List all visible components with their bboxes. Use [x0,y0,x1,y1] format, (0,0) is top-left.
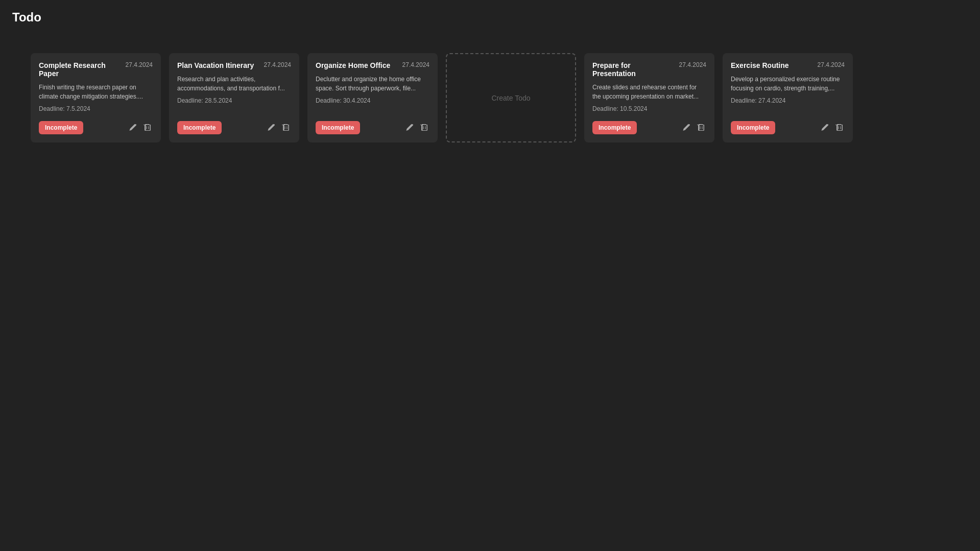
delete-button[interactable] [142,123,153,133]
todo-card: Prepare for Presentation 27.4.2024 Creat… [584,53,714,142]
delete-icon [697,124,705,132]
card-footer: Incomplete [592,121,706,134]
card-header: Exercise Routine 27.4.2024 [731,61,845,69]
card-title: Prepare for Presentation [592,61,675,78]
card-description: Finish writing the research paper on cli… [39,83,153,101]
card-date: 27.4.2024 [402,61,429,68]
todo-card: Exercise Routine 27.4.2024 Develop a per… [723,53,853,142]
card-description: Develop a personalized exercise routine … [731,75,845,93]
card-deadline: Deadline: 28.5.2024 [177,97,291,104]
edit-button[interactable] [682,123,692,133]
edit-icon [406,124,414,132]
card-deadline: Deadline: 27.4.2024 [731,97,845,104]
edit-button[interactable] [820,123,830,133]
card-description: Declutter and organize the home office s… [316,75,429,93]
todo-card: Organize Home Office 27.4.2024 Declutter… [307,53,438,142]
card-actions [267,123,291,133]
card-title: Plan Vacation Itinerary [177,61,260,69]
app-title: Todo [0,0,980,35]
edit-button[interactable] [405,123,415,133]
card-header: Prepare for Presentation 27.4.2024 [592,61,706,78]
todo-card: Complete Research Paper 27.4.2024 Finish… [31,53,161,142]
card-description: Research and plan activities, accommodat… [177,75,291,93]
card-title: Organize Home Office [316,61,398,69]
card-deadline: Deadline: 10.5.2024 [592,105,706,112]
card-date: 27.4.2024 [679,61,706,68]
delete-icon [835,124,844,132]
card-header: Complete Research Paper 27.4.2024 [39,61,153,78]
card-footer: Incomplete [177,121,291,134]
create-todo-card[interactable]: Create Todo [446,53,576,142]
status-button[interactable]: Incomplete [39,121,83,134]
delete-icon [282,124,290,132]
edit-icon [129,124,137,132]
delete-button[interactable] [696,123,706,133]
card-footer: Incomplete [731,121,845,134]
edit-icon [821,124,829,132]
delete-button[interactable] [281,123,291,133]
card-actions [820,123,845,133]
card-actions [682,123,706,133]
cards-container: Complete Research Paper 27.4.2024 Finish… [0,45,980,151]
status-button[interactable]: Incomplete [592,121,637,134]
card-deadline: Deadline: 30.4.2024 [316,97,429,104]
card-date: 27.4.2024 [264,61,291,68]
status-button[interactable]: Incomplete [316,121,360,134]
todo-card: Plan Vacation Itinerary 27.4.2024 Resear… [169,53,299,142]
card-actions [405,123,429,133]
delete-icon [144,124,152,132]
edit-button[interactable] [267,123,277,133]
card-date: 27.4.2024 [126,61,153,68]
card-date: 27.4.2024 [818,61,845,68]
status-button[interactable]: Incomplete [177,121,222,134]
edit-icon [683,124,691,132]
card-title: Exercise Routine [731,61,814,69]
create-todo-label: Create Todo [491,94,530,102]
delete-button[interactable] [419,123,429,133]
card-description: Create slides and rehearse content for t… [592,83,706,101]
edit-button[interactable] [128,123,138,133]
delete-button[interactable] [834,123,845,133]
card-header: Plan Vacation Itinerary 27.4.2024 [177,61,291,69]
edit-icon [268,124,276,132]
card-title: Complete Research Paper [39,61,122,78]
card-header: Organize Home Office 27.4.2024 [316,61,429,69]
card-deadline: Deadline: 7.5.2024 [39,105,153,112]
card-actions [128,123,153,133]
status-button[interactable]: Incomplete [731,121,775,134]
delete-icon [420,124,428,132]
card-footer: Incomplete [316,121,429,134]
card-footer: Incomplete [39,121,153,134]
